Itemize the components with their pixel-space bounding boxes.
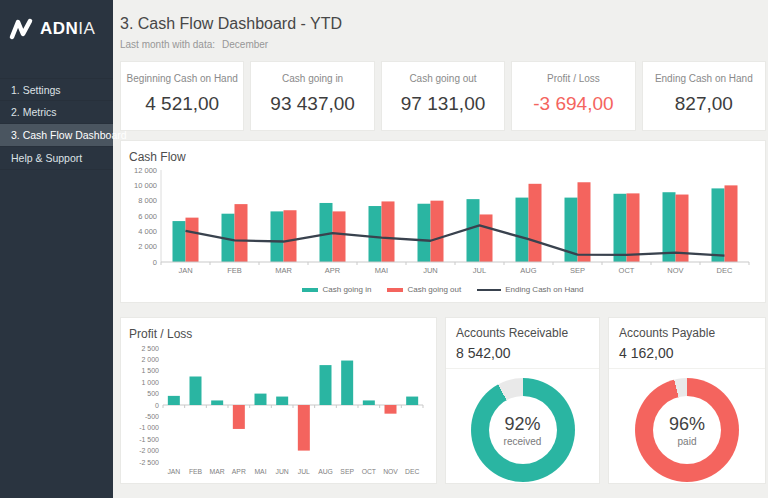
svg-text:DEC: DEC bbox=[405, 468, 419, 475]
legend-swatch bbox=[477, 289, 501, 291]
last-month-with-data: Last month with data:December bbox=[120, 39, 766, 50]
svg-text:-1 000: -1 000 bbox=[139, 424, 159, 431]
profit-loss-title: Profit / Loss bbox=[129, 327, 428, 341]
donut-hole: 92% received bbox=[489, 396, 557, 464]
donut-hole: 96% paid bbox=[653, 396, 721, 464]
svg-text:APR: APR bbox=[325, 266, 341, 275]
received-percent: 92% bbox=[504, 414, 540, 435]
svg-text:10 000: 10 000 bbox=[134, 181, 157, 190]
kpi-value: 97 131,00 bbox=[382, 93, 504, 115]
last-month-label: Last month with data: bbox=[120, 39, 215, 50]
accounts-payable-panel: Accounts Payable 4 162,00 96% paid bbox=[608, 317, 766, 484]
svg-text:-500: -500 bbox=[145, 413, 159, 420]
svg-text:DEC: DEC bbox=[717, 266, 733, 275]
svg-text:2 500: 2 500 bbox=[141, 345, 159, 352]
accounts-receivable-panel: Accounts Receivable 8 542,00 92% receive… bbox=[445, 317, 600, 484]
accounts-receivable-amount: 8 542,00 bbox=[456, 345, 589, 361]
kpi-beginning-cash: Beginning Cash on Hand 4 521,00 bbox=[120, 61, 244, 131]
svg-text:APR: APR bbox=[232, 468, 246, 475]
kpi-value: 93 437,00 bbox=[251, 93, 373, 115]
kpi-value: 4 521,00 bbox=[121, 93, 243, 115]
svg-text:4 000: 4 000 bbox=[138, 227, 157, 236]
paid-percent: 96% bbox=[669, 414, 705, 435]
svg-text:JAN: JAN bbox=[167, 468, 180, 475]
adnia-logo-icon bbox=[9, 17, 35, 41]
accounts-receivable-donut-area: 92% received bbox=[446, 369, 599, 491]
bottom-row: Profit / Loss 2 5002 0001 5001 0005000-5… bbox=[120, 317, 766, 484]
kpi-label: Cash going out bbox=[382, 73, 504, 84]
legend-item-cash-going-out: Cash going out bbox=[387, 285, 461, 294]
svg-text:SEP: SEP bbox=[570, 266, 585, 275]
accounts-receivable-title: Accounts Receivable bbox=[456, 326, 589, 340]
svg-text:6 000: 6 000 bbox=[138, 212, 157, 221]
accounts-payable-donut-area: 96% paid bbox=[609, 369, 765, 491]
paid-caption: paid bbox=[678, 436, 697, 447]
received-caption: received bbox=[504, 436, 542, 447]
logo-text: ADNIA bbox=[40, 19, 95, 39]
kpi-ending-cash: Ending Cash on Hand 827,00 bbox=[642, 61, 766, 131]
page-title: 3. Cash Flow Dashboard - YTD bbox=[120, 15, 766, 33]
kpi-label: Ending Cash on Hand bbox=[643, 73, 765, 84]
svg-text:JUL: JUL bbox=[298, 468, 310, 475]
logo-text-bold: ADN bbox=[40, 19, 78, 38]
legend-label: Cash going out bbox=[407, 285, 461, 294]
svg-text:0: 0 bbox=[155, 402, 159, 409]
svg-text:NOV: NOV bbox=[667, 266, 683, 275]
kpi-label: Beginning Cash on Hand bbox=[121, 73, 243, 84]
accounts-receivable-donut: 92% received bbox=[471, 378, 575, 482]
svg-text:OCT: OCT bbox=[619, 266, 635, 275]
kpi-value: -3 694,00 bbox=[512, 93, 634, 115]
svg-text:0: 0 bbox=[153, 258, 157, 267]
kpi-label: Cash going in bbox=[251, 73, 373, 84]
svg-text:JUN: JUN bbox=[423, 266, 438, 275]
svg-text:NOV: NOV bbox=[383, 468, 398, 475]
svg-text:JAN: JAN bbox=[178, 266, 192, 275]
svg-text:1 500: 1 500 bbox=[141, 367, 159, 374]
svg-text:MAI: MAI bbox=[254, 468, 266, 475]
profit-loss-chart: 2 5002 0001 5001 0005000-500-1 000-1 500… bbox=[129, 341, 428, 484]
svg-text:SEP: SEP bbox=[340, 468, 354, 475]
kpi-label: Profit / Loss bbox=[512, 73, 634, 84]
kpi-row: Beginning Cash on Hand 4 521,00 Cash goi… bbox=[120, 61, 766, 131]
accounts-payable-amount: 4 162,00 bbox=[619, 345, 755, 361]
svg-text:OCT: OCT bbox=[362, 468, 376, 475]
svg-text:JUL: JUL bbox=[473, 266, 486, 275]
sidebar-item-settings[interactable]: 1. Settings bbox=[0, 78, 113, 101]
cash-flow-panel: Cash Flow 12 00010 0008 0006 0004 0002 0… bbox=[120, 140, 766, 303]
svg-text:12 000: 12 000 bbox=[134, 166, 157, 175]
legend-label: Cash going in bbox=[322, 285, 371, 294]
logo-text-thin: IA bbox=[78, 19, 95, 38]
accounts-payable-header: Accounts Payable 4 162,00 bbox=[609, 318, 765, 369]
svg-text:JUN: JUN bbox=[276, 468, 289, 475]
svg-text:MAI: MAI bbox=[375, 266, 388, 275]
svg-text:2 000: 2 000 bbox=[138, 242, 157, 251]
accounts-payable-title: Accounts Payable bbox=[619, 326, 755, 340]
sidebar-item-help-support[interactable]: Help & Support bbox=[0, 147, 113, 170]
svg-text:AUG: AUG bbox=[520, 266, 536, 275]
svg-text:500: 500 bbox=[147, 390, 159, 397]
svg-text:MAR: MAR bbox=[210, 468, 225, 475]
app-root: ADNIA 1. Settings 2. Metrics 3. Cash Flo… bbox=[0, 0, 768, 498]
cash-flow-chart: 12 00010 0008 0006 0004 0002 0000JANFEBM… bbox=[129, 164, 757, 280]
main-content: 3. Cash Flow Dashboard - YTD Last month … bbox=[113, 0, 768, 498]
sidebar-item-cash-flow-dashboard[interactable]: 3. Cash Flow Dashboard bbox=[0, 124, 113, 147]
cash-flow-title: Cash Flow bbox=[129, 150, 757, 164]
last-month-value: December bbox=[222, 39, 268, 50]
profit-loss-panel: Profit / Loss 2 5002 0001 5001 0005000-5… bbox=[120, 317, 437, 484]
logo: ADNIA bbox=[0, 0, 113, 41]
sidebar-item-metrics[interactable]: 2. Metrics bbox=[0, 101, 113, 124]
kpi-value: 827,00 bbox=[643, 93, 765, 115]
sidebar: ADNIA 1. Settings 2. Metrics 3. Cash Flo… bbox=[0, 0, 113, 498]
legend-item-ending-cash-on-hand: Ending Cash on Hand bbox=[477, 285, 583, 294]
sidebar-menu: 1. Settings 2. Metrics 3. Cash Flow Dash… bbox=[0, 78, 113, 170]
svg-text:8 000: 8 000 bbox=[138, 196, 157, 205]
legend-label: Ending Cash on Hand bbox=[505, 285, 583, 294]
svg-text:2 000: 2 000 bbox=[141, 356, 159, 363]
svg-text:AUG: AUG bbox=[318, 468, 333, 475]
accounts-receivable-header: Accounts Receivable 8 542,00 bbox=[446, 318, 599, 369]
svg-text:FEB: FEB bbox=[189, 468, 203, 475]
cash-flow-legend: Cash going inCash going outEnding Cash o… bbox=[129, 285, 757, 294]
svg-text:-2 000: -2 000 bbox=[139, 447, 159, 454]
legend-swatch bbox=[302, 288, 318, 292]
accounts-payable-donut: 96% paid bbox=[635, 378, 739, 482]
